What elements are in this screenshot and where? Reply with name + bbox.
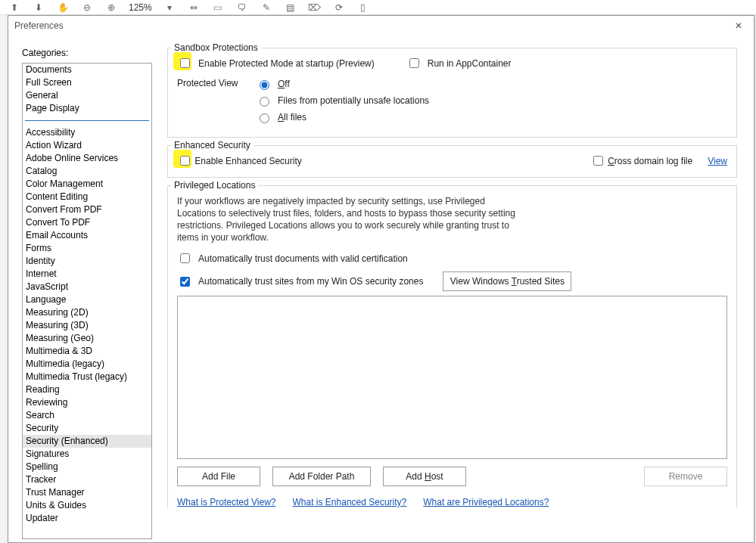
preferences-dialog: Preferences ✕ Categories: DocumentsFull …: [8, 15, 754, 543]
page-count-icon[interactable]: ▯: [356, 1, 370, 14]
category-item[interactable]: General: [23, 89, 151, 102]
category-item[interactable]: Multimedia (legacy): [23, 358, 151, 371]
category-item[interactable]: Measuring (Geo): [23, 332, 151, 345]
what-are-privileged-locations-link[interactable]: What are Privileged Locations?: [423, 497, 549, 507]
enhanced-security-label: Enable Enhanced Security: [194, 156, 301, 166]
zoom-out-icon[interactable]: ⊖: [80, 1, 94, 14]
category-item[interactable]: Identity: [23, 255, 151, 268]
trust-zones-checkbox[interactable]: [180, 277, 190, 287]
trust-zones-label: Automatically trust sites from my Win OS…: [198, 276, 423, 287]
privileged-list[interactable]: [177, 296, 727, 459]
category-item[interactable]: Tracker: [23, 473, 151, 486]
pv-off-radio[interactable]: [260, 80, 269, 90]
pv-unsafe-label: Files from potentially unsafe locations: [278, 95, 429, 106]
category-item[interactable]: Security (Enhanced): [23, 435, 151, 448]
category-item[interactable]: Internet: [23, 268, 151, 281]
app-container-checkbox[interactable]: [409, 58, 419, 68]
trust-cert-checkbox[interactable]: [180, 253, 190, 263]
category-item[interactable]: Reading: [23, 383, 151, 396]
protected-mode-checkbox[interactable]: [180, 58, 190, 68]
categories-header: Categories:: [22, 48, 152, 58]
fit-page-icon[interactable]: ▭: [211, 1, 225, 14]
rotate-icon[interactable]: ⟳: [332, 1, 346, 14]
enhanced-title: Enhanced Security: [171, 140, 254, 150]
category-item[interactable]: Multimedia Trust (legacy): [23, 371, 151, 383]
app-toolbar: ⬆ ⬇ ✋ ⊖ ⊕ 125% ▾ ⇔ ▭ 🗨 ✎ ▤ ⌦ ⟳ ▯: [0, 0, 756, 15]
category-item[interactable]: Convert To PDF: [23, 216, 151, 229]
category-item[interactable]: Reviewing: [23, 396, 151, 409]
pv-off-label: OOffff: [278, 79, 290, 89]
category-item[interactable]: Security: [23, 422, 151, 435]
category-item[interactable]: Search: [23, 409, 151, 422]
category-item[interactable]: Language: [23, 293, 151, 306]
zoom-value[interactable]: 125%: [129, 2, 152, 13]
add-folder-button[interactable]: Add Folder Path: [272, 467, 371, 486]
category-item[interactable]: Updater: [23, 512, 151, 525]
add-host-button[interactable]: Add HostAdd Host: [383, 467, 466, 486]
app-container-label: Run in AppContainer: [428, 58, 512, 69]
category-item[interactable]: Color Management: [23, 178, 151, 191]
view-trusted-sites-button[interactable]: View Windows Trusted Sites View Windows …: [443, 272, 571, 291]
zoom-in-icon[interactable]: ⊕: [104, 1, 118, 14]
pencil-icon[interactable]: ✎: [260, 1, 273, 14]
category-item[interactable]: Email Accounts: [23, 229, 151, 242]
category-item[interactable]: Full Screen: [23, 76, 151, 89]
trust-cert-label: Automatically trust documents with valid…: [198, 253, 408, 264]
highlight-icon[interactable]: ▤: [284, 1, 297, 14]
fit-width-icon[interactable]: ⇔: [187, 1, 201, 14]
enhanced-security-checkbox[interactable]: [180, 156, 190, 166]
categories-listbox[interactable]: DocumentsFull ScreenGeneralPage DisplayA…: [22, 63, 152, 539]
cross-domain-label: Cross domain log fileCross domain log fi…: [608, 156, 692, 166]
category-item[interactable]: Multimedia & 3D: [23, 345, 151, 358]
category-item[interactable]: Trust Manager: [23, 486, 151, 499]
category-item[interactable]: Forms: [23, 242, 151, 255]
pv-all-label: All filesAll files: [278, 112, 306, 123]
hand-icon[interactable]: ✋: [56, 1, 70, 14]
category-item[interactable]: Convert From PDF: [23, 203, 151, 216]
pv-unsafe-radio[interactable]: [260, 97, 269, 107]
what-is-enhanced-security-link[interactable]: What is Enhanced Security?: [293, 497, 407, 507]
remove-button[interactable]: Remove: [644, 467, 727, 486]
category-item[interactable]: Action Wizard: [23, 139, 151, 152]
up-icon[interactable]: ⬆: [8, 1, 21, 14]
enhanced-group: Enhanced Security Cross domain log fileC…: [167, 145, 737, 178]
what-is-protected-view-link[interactable]: What is Protected View?: [177, 497, 276, 507]
add-file-button[interactable]: Add File: [177, 467, 260, 486]
close-icon[interactable]: ✕: [730, 18, 748, 33]
protected-view-label: Protected View: [177, 78, 242, 128]
pv-all-radio[interactable]: [260, 113, 269, 123]
category-item[interactable]: Page Display: [23, 102, 151, 115]
category-item[interactable]: Content Editing: [23, 191, 151, 203]
category-item[interactable]: Accessibility: [23, 126, 151, 139]
category-item[interactable]: Catalog: [23, 165, 151, 178]
category-item[interactable]: Adobe Online Services: [23, 152, 151, 165]
category-item[interactable]: Documents: [23, 64, 151, 76]
category-divider: [25, 120, 149, 121]
privileged-help-text: If your workflows are negatively impacte…: [177, 195, 525, 244]
category-item[interactable]: Units & Guides: [23, 499, 151, 512]
sandbox-group: Sandbox Protections Enable Protected Mod…: [167, 48, 737, 138]
privileged-title: Privileged Locations: [171, 180, 258, 191]
cross-domain-checkbox[interactable]: [593, 156, 603, 166]
dialog-title: Preferences: [14, 20, 64, 31]
note-icon[interactable]: 🗨: [235, 1, 249, 14]
stamp-icon[interactable]: ⌦: [308, 1, 322, 14]
category-item[interactable]: Spelling: [23, 461, 151, 473]
protected-mode-label: Enable Protected Mode at startup (Previe…: [198, 58, 375, 69]
view-logfile-link[interactable]: View: [708, 156, 727, 166]
category-item[interactable]: JavaScript: [23, 281, 151, 293]
category-item[interactable]: Measuring (3D): [23, 319, 151, 332]
category-item[interactable]: Measuring (2D): [23, 306, 151, 319]
category-item[interactable]: Signatures: [23, 448, 151, 461]
dialog-titlebar: Preferences ✕: [8, 16, 754, 36]
down-icon[interactable]: ⬇: [32, 1, 45, 14]
dropdown-icon[interactable]: ▾: [163, 1, 176, 14]
sandbox-title: Sandbox Protections: [171, 42, 261, 53]
privileged-group: Privileged Locations If your workflows a…: [167, 185, 737, 507]
